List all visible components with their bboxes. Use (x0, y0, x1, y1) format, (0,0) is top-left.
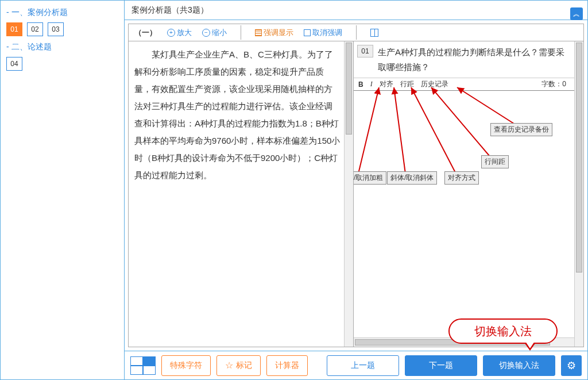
sidebar-section-title-1[interactable]: - 一、案例分析题 (6, 7, 118, 18)
question-number: 01 (357, 45, 373, 57)
italic-button[interactable]: I (370, 80, 373, 89)
editor-toolbar: B I 对齐 行距 历史记录 字数：0 (354, 78, 583, 91)
passage-number-label: （一） (134, 28, 157, 38)
plus-icon: + (167, 29, 175, 37)
switch-ime-label: 切换输入法 (499, 360, 539, 371)
answer-scrollbar[interactable] (574, 41, 583, 347)
sidebar-qnums-1: 01 02 03 (6, 22, 118, 36)
anno-italic-label: 斜体/取消斜体 (387, 171, 437, 185)
settings-button[interactable]: ⚙ (561, 355, 582, 376)
word-count-label: 字数：0 (541, 79, 579, 89)
highlight-button[interactable]: 强调显示 (255, 28, 293, 38)
gear-icon: ⚙ (567, 359, 576, 372)
sidebar-qnums-2: 04 (6, 57, 118, 71)
switch-ime-button[interactable]: 切换输入法 (483, 355, 555, 376)
question-header: 01 生产A种灯具的过程能力判断结果是什么？需要采取哪些措施？ (354, 41, 583, 78)
special-chars-label: 特殊字符 (170, 360, 202, 371)
next-question-button[interactable]: 下一题 (405, 355, 477, 376)
mark-button[interactable]: ☆标记 (216, 355, 261, 376)
anno-history-label: 查看历史记录备份 (490, 123, 552, 136)
special-chars-button[interactable]: 特殊字符 (161, 355, 211, 376)
zoom-in-label: 放大 (177, 28, 192, 38)
anno-bold-label: 加粗/取消加粗 (354, 171, 386, 185)
calculator-label: 计算器 (275, 360, 299, 371)
work-border: （一） +放大 −缩小 强调显示 取消强调 某灯具生产企业生产A、B、C三种灯具… (128, 24, 584, 347)
bold-button[interactable]: B (358, 80, 363, 89)
unhighlight-button[interactable]: 取消强调 (304, 28, 342, 38)
passage-pane: 某灯具生产企业生产A、B、C三种灯具。为了了解和分析影响工序质量的因素，稳定和提… (129, 41, 354, 347)
scroll-top-button[interactable]: ︽ (570, 7, 583, 20)
unhighlight-icon (304, 29, 311, 36)
calculator-button[interactable]: 计算器 (266, 355, 308, 376)
sidebar-qnum-03[interactable]: 03 (48, 22, 64, 36)
highlight-label: 强调显示 (264, 28, 293, 38)
question-text: 生产A种灯具的过程能力判断结果是什么？需要采取哪些措施？ (378, 45, 580, 74)
main-area: 案例分析题（共3题） ︽ （一） +放大 −缩小 强调显示 取消强调 (125, 1, 587, 379)
double-chevron-up-icon: ︽ (573, 9, 580, 19)
sidebar-section-title-2[interactable]: - 二、论述题 (6, 42, 118, 52)
pane-row: 某灯具生产企业生产A、B、C三种灯具。为了了解和分析影响工序质量的因素，稳定和提… (129, 41, 583, 347)
passage-scrollbar[interactable] (344, 41, 353, 347)
sidebar-qnum-02[interactable]: 02 (27, 22, 43, 36)
next-label: 下一题 (429, 360, 453, 371)
unhighlight-label: 取消强调 (312, 28, 342, 38)
mark-label: 标记 (236, 360, 252, 371)
prev-question-button[interactable]: 上一题 (327, 355, 399, 376)
passage-toolbar: （一） +放大 −缩小 强调显示 取消强调 (129, 24, 583, 41)
ime-callout-text: 切换输入法 (474, 324, 532, 339)
align-button[interactable]: 对齐 (380, 79, 393, 89)
sidebar-qnum-01[interactable]: 01 (6, 22, 22, 36)
toolbar-divider-1 (241, 25, 241, 40)
linespacing-button[interactable]: 行距 (400, 79, 414, 89)
answer-scroll-thumb[interactable] (576, 43, 582, 272)
zoom-out-label: 缩小 (212, 28, 227, 38)
bottom-bar: 特殊字符 ☆标记 计算器 上一题 下一题 切换输入法 ⚙ (125, 351, 587, 379)
sidebar-qnum-04[interactable]: 04 (6, 57, 22, 71)
main-header: 案例分析题（共3题） (125, 1, 587, 20)
answer-pane: 01 生产A种灯具的过程能力判断结果是什么？需要采取哪些措施？ B I 对齐 行… (354, 41, 583, 347)
zoom-in-button[interactable]: +放大 (167, 28, 192, 38)
answer-sheet-button[interactable] (130, 356, 156, 375)
anno-align-label: 对齐方式 (444, 171, 479, 185)
page-title: 案例分析题（共3题） (131, 5, 208, 16)
passage-scroll-thumb[interactable] (346, 43, 352, 135)
zoom-out-button[interactable]: −缩小 (202, 28, 227, 38)
passage-text: 某灯具生产企业生产A、B、C三种灯具。为了了解和分析影响工序质量的因素，稳定和提… (129, 41, 353, 189)
star-icon: ☆ (225, 360, 233, 371)
highlight-icon (255, 29, 262, 36)
app-root: - 一、案例分析题 01 02 03 - 二、论述题 04 案例分析题（共3题）… (0, 0, 588, 380)
question-nav-sidebar: - 一、案例分析题 01 02 03 - 二、论述题 04 (1, 1, 125, 379)
anno-linespacing-label: 行间距 (481, 155, 509, 168)
history-button[interactable]: 历史记录 (421, 79, 448, 89)
toolbar-divider-2 (356, 25, 357, 40)
split-view-button[interactable] (370, 29, 378, 37)
ime-callout: 切换输入法 (448, 318, 558, 344)
prev-label: 上一题 (351, 360, 375, 371)
minus-icon: − (202, 29, 210, 37)
work-area: （一） +放大 −缩小 强调显示 取消强调 某灯具生产企业生产A、B、C三种灯具… (125, 20, 587, 351)
